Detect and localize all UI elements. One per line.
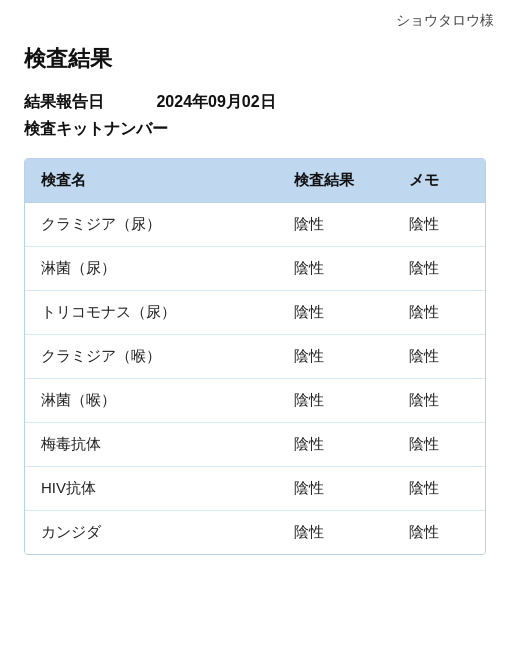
page-content: 検査結果 結果報告日 2024年09月02日 検査キットナンバー 検査名 検査結… xyxy=(0,34,510,579)
table-row: クラミジア（喉）陰性陰性 xyxy=(25,335,485,379)
cell-name: 淋菌（喉） xyxy=(25,379,278,423)
cell-result: 陰性 xyxy=(278,335,393,379)
table-header-row: 検査名 検査結果 メモ xyxy=(25,159,485,203)
table-row: HIV抗体陰性陰性 xyxy=(25,467,485,511)
results-table: 検査名 検査結果 メモ クラミジア（尿）陰性陰性淋菌（尿）陰性陰性トリコモナス（… xyxy=(25,159,485,554)
cell-memo: 陰性 xyxy=(393,511,485,555)
report-date-value: 2024年09月02日 xyxy=(156,93,275,110)
meta-section: 結果報告日 2024年09月02日 検査キットナンバー xyxy=(24,92,486,140)
table-row: 梅毒抗体陰性陰性 xyxy=(25,423,485,467)
page-title: 検査結果 xyxy=(24,44,486,74)
cell-name: HIV抗体 xyxy=(25,467,278,511)
cell-memo: 陰性 xyxy=(393,423,485,467)
cell-result: 陰性 xyxy=(278,467,393,511)
table-row: トリコモナス（尿）陰性陰性 xyxy=(25,291,485,335)
col-header-result: 検査結果 xyxy=(278,159,393,203)
cell-result: 陰性 xyxy=(278,423,393,467)
cell-memo: 陰性 xyxy=(393,335,485,379)
report-date-label: 結果報告日 xyxy=(24,92,144,113)
kit-number-label: 検査キットナンバー xyxy=(24,119,168,140)
table-body: クラミジア（尿）陰性陰性淋菌（尿）陰性陰性トリコモナス（尿）陰性陰性クラミジア（… xyxy=(25,203,485,555)
cell-name: 梅毒抗体 xyxy=(25,423,278,467)
kit-number-row: 検査キットナンバー xyxy=(24,119,486,140)
cell-name: 淋菌（尿） xyxy=(25,247,278,291)
cell-name: トリコモナス（尿） xyxy=(25,291,278,335)
cell-result: 陰性 xyxy=(278,379,393,423)
col-header-memo: メモ xyxy=(393,159,485,203)
cell-result: 陰性 xyxy=(278,247,393,291)
cell-name: クラミジア（尿） xyxy=(25,203,278,247)
cell-name: カンジダ xyxy=(25,511,278,555)
cell-memo: 陰性 xyxy=(393,467,485,511)
table-row: カンジダ陰性陰性 xyxy=(25,511,485,555)
cell-result: 陰性 xyxy=(278,511,393,555)
report-date-row: 結果報告日 2024年09月02日 xyxy=(24,92,486,113)
table-row: クラミジア（尿）陰性陰性 xyxy=(25,203,485,247)
col-header-name: 検査名 xyxy=(25,159,278,203)
table-row: 淋菌（尿）陰性陰性 xyxy=(25,247,485,291)
cell-memo: 陰性 xyxy=(393,203,485,247)
table-row: 淋菌（喉）陰性陰性 xyxy=(25,379,485,423)
cell-result: 陰性 xyxy=(278,203,393,247)
cell-memo: 陰性 xyxy=(393,291,485,335)
cell-memo: 陰性 xyxy=(393,379,485,423)
username: ショウタロウ様 xyxy=(396,12,494,30)
results-table-container: 検査名 検査結果 メモ クラミジア（尿）陰性陰性淋菌（尿）陰性陰性トリコモナス（… xyxy=(24,158,486,555)
cell-memo: 陰性 xyxy=(393,247,485,291)
top-bar: ショウタロウ様 xyxy=(0,0,510,34)
cell-name: クラミジア（喉） xyxy=(25,335,278,379)
cell-result: 陰性 xyxy=(278,291,393,335)
